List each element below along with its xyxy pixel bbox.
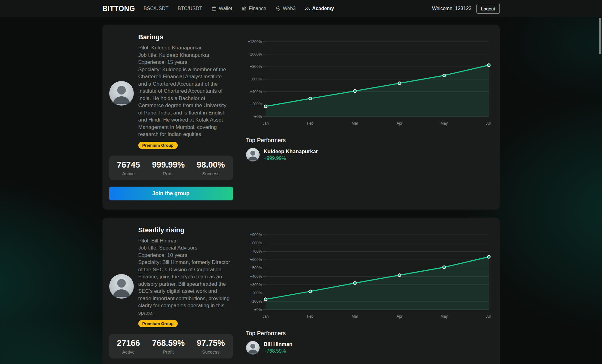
- svg-text:+300%: +300%: [250, 282, 262, 287]
- performer-name: Bill Hinman: [264, 341, 293, 347]
- group-card: Barings Pilot: Kuldeep Khanapurkar Job t…: [102, 25, 500, 210]
- nav-btc-usdt[interactable]: BTC/USDT: [178, 6, 202, 11]
- svg-text:+0%: +0%: [254, 307, 262, 312]
- stat-label: Active: [117, 349, 140, 354]
- svg-text:+600%: +600%: [250, 77, 262, 81]
- stats-panel: 76745 Active 999.99% Profit 98.00% Succe…: [109, 156, 233, 180]
- nav-academy[interactable]: Academy: [305, 6, 334, 11]
- group-profile: Steadily rising Pilot: Bill Hinman Job t…: [109, 226, 234, 364]
- pilot-info: Pilot: Kuldeep Khanapurkar Job title: Ku…: [138, 44, 230, 138]
- pilot-info: Pilot: Bill Hinman Job title: Special Ad…: [138, 237, 230, 317]
- job-title-line: Job title: Special Advisors: [138, 244, 230, 252]
- performer-change: +999.99%: [264, 156, 318, 161]
- specialty-line: Specialty: Kuldeep is a member of the Ch…: [138, 66, 230, 138]
- performer-change: +768.59%: [264, 348, 293, 354]
- svg-text:+800%: +800%: [250, 241, 262, 245]
- page-scrollbar[interactable]: [599, 18, 601, 362]
- stat-profit: 999.99% Profit: [152, 160, 185, 176]
- svg-text:+1000%: +1000%: [248, 52, 262, 56]
- group-performance: +900%+800%+700%+600%+500%+400%+300%+200%…: [234, 226, 492, 364]
- stat-value: 27166: [117, 339, 140, 348]
- svg-text:+400%: +400%: [250, 90, 262, 94]
- brand-logo: BITTONG: [102, 5, 135, 13]
- performer-name: Kuldeep Khanapurkar: [264, 149, 318, 155]
- nav-wallet[interactable]: Wallet: [211, 6, 232, 11]
- svg-text:Jan: Jan: [262, 121, 268, 126]
- stat-label: Success: [197, 171, 225, 176]
- stat-active: 76745 Active: [117, 160, 140, 176]
- nav-web3[interactable]: Web3: [276, 6, 296, 11]
- join-group-button[interactable]: Join the group: [109, 187, 233, 200]
- nav-finance[interactable]: Finance: [241, 6, 266, 11]
- svg-text:Jun: Jun: [486, 121, 491, 126]
- wallet-icon: [211, 6, 217, 11]
- stat-value: 768.59%: [152, 339, 185, 348]
- people-icon: [305, 6, 310, 11]
- svg-text:+700%: +700%: [250, 249, 262, 254]
- nav-label: Finance: [249, 6, 266, 11]
- nav-label: BTC/USDT: [178, 6, 202, 11]
- stat-success: 97.75% Success: [197, 339, 225, 354]
- pilot-line: Pilot: Bill Hinman: [138, 237, 230, 245]
- performance-chart: +900%+800%+700%+600%+500%+400%+300%+200%…: [246, 230, 491, 322]
- stat-label: Success: [197, 349, 225, 354]
- svg-text:Apr: Apr: [396, 121, 402, 126]
- experience-line: Experience: 15 years: [138, 59, 230, 66]
- svg-text:Apr: Apr: [396, 314, 402, 318]
- svg-text:Mar: Mar: [351, 314, 358, 318]
- svg-text:+900%: +900%: [250, 232, 262, 237]
- performer-avatar: [246, 341, 260, 354]
- pilot-line: Pilot: Kuldeep Khanapurkar: [138, 44, 230, 52]
- svg-text:May: May: [440, 121, 448, 126]
- stat-success: 98.00% Success: [197, 160, 225, 176]
- experience-line: Experience: 10 years: [138, 252, 230, 259]
- group-profile: Barings Pilot: Kuldeep Khanapurkar Job t…: [109, 33, 234, 200]
- premium-group-badge: Premium Group: [138, 142, 178, 149]
- stat-profit: 768.59% Profit: [152, 339, 185, 354]
- bank-icon: [241, 6, 247, 11]
- stat-value: 76745: [117, 160, 140, 170]
- svg-text:Mar: Mar: [351, 121, 358, 126]
- scrollbar-thumb[interactable]: [599, 18, 601, 54]
- group-card: Steadily rising Pilot: Bill Hinman Job t…: [102, 218, 500, 364]
- stat-value: 97.75%: [197, 339, 225, 348]
- svg-text:+400%: +400%: [250, 274, 262, 278]
- performer-details: Kuldeep Khanapurkar +999.99%: [264, 149, 318, 161]
- stat-active: 27166 Active: [117, 339, 140, 354]
- pilot-avatar: [109, 274, 134, 299]
- job-title-line: Job title: Kuldeep Khanapurkar: [138, 52, 230, 59]
- svg-text:+600%: +600%: [250, 258, 262, 262]
- logout-button[interactable]: Logout: [477, 4, 500, 14]
- specialty-line: Specialty: Bill Hinman, formerly Directo…: [138, 259, 230, 316]
- svg-text:+1200%: +1200%: [248, 40, 262, 44]
- svg-text:+200%: +200%: [250, 291, 262, 295]
- svg-text:+500%: +500%: [250, 266, 262, 270]
- stat-value: 999.99%: [152, 160, 185, 170]
- stat-label: Profit: [152, 349, 185, 354]
- main-nav: BSC/USDT BTC/USDT Wallet: [144, 6, 334, 11]
- stat-label: Profit: [152, 171, 185, 176]
- svg-text:+200%: +200%: [250, 102, 262, 106]
- svg-text:Jun: Jun: [486, 314, 491, 318]
- pilot-avatar: [109, 81, 134, 106]
- premium-group-badge: Premium Group: [138, 320, 178, 327]
- welcome-text: Welcome, 123123: [432, 6, 472, 11]
- group-performance: +1200%+1000%+800%+600%+400%+200%+0%JanFe…: [234, 33, 492, 200]
- nav-label: BSC/USDT: [144, 6, 168, 11]
- academy-page: BITTONG BSC/USDT BTC/USDT Wallet: [0, 0, 602, 364]
- svg-text:Jan: Jan: [262, 314, 268, 318]
- svg-text:+0%: +0%: [254, 114, 262, 119]
- group-card-list: Barings Pilot: Kuldeep Khanapurkar Job t…: [102, 17, 500, 364]
- svg-text:+100%: +100%: [250, 299, 262, 303]
- nav-bsc-usdt[interactable]: BSC/USDT: [144, 6, 168, 11]
- top-performer-row: Kuldeep Khanapurkar +999.99%: [246, 148, 491, 161]
- top-performer-row: Bill Hinman +768.59%: [246, 341, 491, 354]
- performer-avatar: [246, 148, 260, 161]
- performance-chart: +1200%+1000%+800%+600%+400%+200%+0%JanFe…: [246, 37, 491, 129]
- group-title: Barings: [138, 33, 234, 41]
- shield-check-icon: [276, 6, 281, 11]
- svg-text:May: May: [440, 314, 448, 318]
- nav-label: Wallet: [219, 6, 232, 11]
- nav-label: Academy: [312, 6, 334, 11]
- performer-details: Bill Hinman +768.59%: [264, 341, 293, 354]
